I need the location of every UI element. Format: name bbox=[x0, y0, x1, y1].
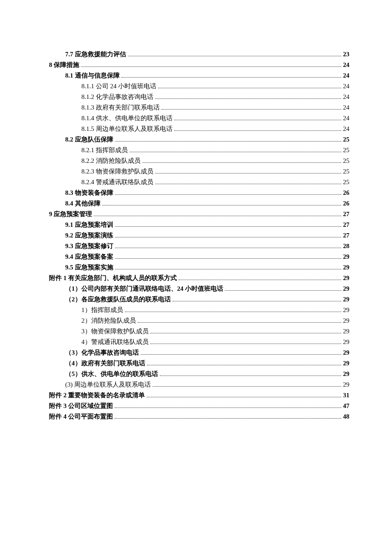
toc-entry: 8.2.2 消防抢险队成员25 bbox=[49, 156, 349, 166]
toc-entry: 8.2.4 警戒通讯联络队成员25 bbox=[49, 177, 349, 188]
toc-entry-title: （4）政府有关部门联系电话 bbox=[65, 358, 145, 369]
toc-entry-page: 27 bbox=[343, 209, 349, 220]
toc-entry-title: 9.2 应急预案演练 bbox=[65, 230, 113, 241]
toc-entry-title: 8.3 物资装备保障 bbox=[65, 188, 113, 198]
toc-leader-dots bbox=[155, 184, 341, 184]
toc-entry: 7.7 应急救援能力评估23 bbox=[49, 49, 349, 60]
toc-leader-dots bbox=[125, 312, 342, 312]
toc-leader-dots bbox=[158, 88, 341, 88]
toc-entry-page: 26 bbox=[343, 198, 349, 209]
toc-leader-dots bbox=[121, 77, 342, 78]
toc-entry-page: 26 bbox=[343, 188, 349, 198]
toc-entry: 2）消防抢险队成员29 bbox=[49, 315, 349, 326]
toc-entry-title: 8.1.2 化学品事故咨询电话 bbox=[81, 92, 153, 102]
toc-entry-title: 8.1.4 供水、供电单位的联系电话 bbox=[81, 113, 173, 124]
toc-entry-page: 24 bbox=[343, 70, 349, 81]
toc-entry-title: （5）供水、供电单位的联系电话 bbox=[65, 369, 158, 379]
toc-leader-dots bbox=[115, 269, 342, 269]
toc-entry-title: 附件 2 重要物资装备的名录或清单 bbox=[49, 390, 145, 401]
toc-leader-dots bbox=[155, 173, 341, 173]
toc-entry-title: 9.5 应急预案实施 bbox=[65, 262, 113, 273]
toc-entry-title: 8.2.2 消防抢险队成员 bbox=[81, 156, 141, 166]
toc-entry-title: （3）化学品事故咨询电话 bbox=[65, 347, 139, 358]
toc-leader-dots bbox=[155, 98, 341, 99]
toc-entry: 9.2 应急预案演练27 bbox=[49, 230, 349, 241]
toc-leader-dots bbox=[115, 194, 342, 195]
toc-entry-title: 8.1 通信与信息保障 bbox=[65, 70, 120, 81]
toc-entry-page: 27 bbox=[343, 220, 349, 230]
toc-entry: 9.3 应急预案修订28 bbox=[49, 241, 349, 251]
toc-entry-page: 24 bbox=[343, 124, 349, 134]
toc-leader-dots bbox=[115, 258, 342, 259]
toc-entry: 1）指挥部成员29 bbox=[49, 305, 349, 315]
toc-leader-dots bbox=[94, 216, 341, 216]
toc-entry-title: 8.2.3 物资保障救护队成员 bbox=[81, 166, 153, 177]
toc-entry: 8.1.2 化学品事故咨询电话24 bbox=[49, 92, 349, 102]
toc-entry: (3) 周边单位联系人及联系电话29 bbox=[49, 379, 349, 390]
toc-entry: 8.1.5 周边单位联系人及联系电话24 bbox=[49, 124, 349, 134]
toc-leader-dots bbox=[115, 226, 342, 227]
toc-entry-title: 8.2.1 指挥部成员 bbox=[81, 145, 128, 156]
toc-entry: 8.4 其他保障26 bbox=[49, 198, 349, 209]
toc-entry-title: 8.1.5 周边单位联系人及联系电话 bbox=[81, 124, 173, 134]
toc-leader-dots bbox=[130, 152, 341, 152]
toc-entry-title: （2）各应急救援队伍成员的联系电话 bbox=[65, 294, 171, 305]
toc-entry-page: 25 bbox=[343, 145, 349, 156]
toc-entry-title: 9.3 应急预案修订 bbox=[65, 241, 113, 251]
toc-entry-page: 29 bbox=[343, 251, 349, 262]
toc-list: 7.7 应急救援能力评估238 保障措施248.1 通信与信息保障248.1.1… bbox=[49, 49, 349, 422]
toc-entry-page: 24 bbox=[343, 92, 349, 102]
toc-entry-title: (3) 周边单位联系人及联系电话 bbox=[65, 379, 151, 390]
toc-entry: 8.1 通信与信息保障24 bbox=[49, 70, 349, 81]
toc-leader-dots bbox=[115, 248, 342, 248]
toc-entry-title: 3）物资保障救护队成员 bbox=[81, 326, 149, 337]
toc-entry-title: 9.1 应急预案培训 bbox=[65, 220, 113, 230]
toc-entry-title: 8.1.1 公司 24 小时值班电话 bbox=[81, 81, 156, 92]
toc-entry-title: 9 应急预案管理 bbox=[49, 209, 92, 220]
toc-entry: 8.1.3 政府有关部门联系电话24 bbox=[49, 102, 349, 113]
toc-entry-title: 8.1.3 政府有关部门联系电话 bbox=[81, 102, 160, 113]
toc-leader-dots bbox=[81, 66, 341, 67]
toc-entry-page: 24 bbox=[343, 81, 349, 92]
toc-entry: 3）物资保障救护队成员29 bbox=[49, 326, 349, 337]
toc-leader-dots bbox=[147, 397, 341, 397]
toc-entry: 8.1.4 供水、供电单位的联系电话24 bbox=[49, 113, 349, 124]
toc-entry-page: 29 bbox=[343, 273, 349, 283]
toc-entry-title: 8.4 其他保障 bbox=[65, 198, 101, 209]
toc-entry-page: 29 bbox=[343, 262, 349, 273]
toc-entry-page: 24 bbox=[343, 102, 349, 113]
toc-leader-dots bbox=[128, 56, 342, 56]
toc-entry-page: 29 bbox=[343, 358, 349, 369]
toc-leader-dots bbox=[161, 109, 341, 110]
toc-entry-title: 1）指挥部成员 bbox=[81, 305, 123, 315]
toc-entry-title: （1）公司内部有关部门通讯联络电话、24 小时值班电话 bbox=[65, 283, 223, 294]
toc-entry: 附件 2 重要物资装备的名录或清单31 bbox=[49, 390, 349, 401]
toc-entry: 附件 1 有关应急部门、机构或人员的联系方式29 bbox=[49, 273, 349, 283]
toc-entry: 9 应急预案管理27 bbox=[49, 209, 349, 220]
toc-entry-page: 27 bbox=[343, 230, 349, 241]
toc-entry: 4）警戒通讯联络队成员29 bbox=[49, 337, 349, 347]
toc-leader-dots bbox=[174, 120, 341, 120]
toc-entry: 8.2 应急队伍保障25 bbox=[49, 134, 349, 145]
toc-entry-title: 8 保障措施 bbox=[49, 60, 79, 70]
toc-leader-dots bbox=[150, 333, 342, 333]
toc-entry-title: 8.2.4 警戒通讯联络队成员 bbox=[81, 177, 153, 188]
toc-leader-dots bbox=[225, 290, 341, 291]
toc-entry-page: 28 bbox=[343, 241, 349, 251]
toc-entry-page: 24 bbox=[343, 113, 349, 124]
toc-entry-page: 25 bbox=[343, 166, 349, 177]
toc-entry-title: 附件 1 有关应急部门、机构或人员的联系方式 bbox=[49, 273, 177, 283]
toc-leader-dots bbox=[147, 365, 342, 365]
toc-leader-dots bbox=[174, 130, 341, 131]
toc-entry-page: 29 bbox=[343, 305, 349, 315]
toc-leader-dots bbox=[141, 354, 342, 355]
toc-page: 7.7 应急救援能力评估238 保障措施248.1 通信与信息保障248.1.1… bbox=[0, 0, 392, 448]
toc-leader-dots bbox=[153, 386, 341, 387]
toc-entry: 9.1 应急预案培训27 bbox=[49, 220, 349, 230]
toc-entry-page: 31 bbox=[343, 390, 349, 401]
toc-leader-dots bbox=[160, 376, 342, 376]
toc-leader-dots bbox=[102, 205, 342, 205]
toc-entry: 8.1.1 公司 24 小时值班电话24 bbox=[49, 81, 349, 92]
toc-entry-page: 25 bbox=[343, 156, 349, 166]
toc-entry-page: 29 bbox=[343, 379, 349, 390]
